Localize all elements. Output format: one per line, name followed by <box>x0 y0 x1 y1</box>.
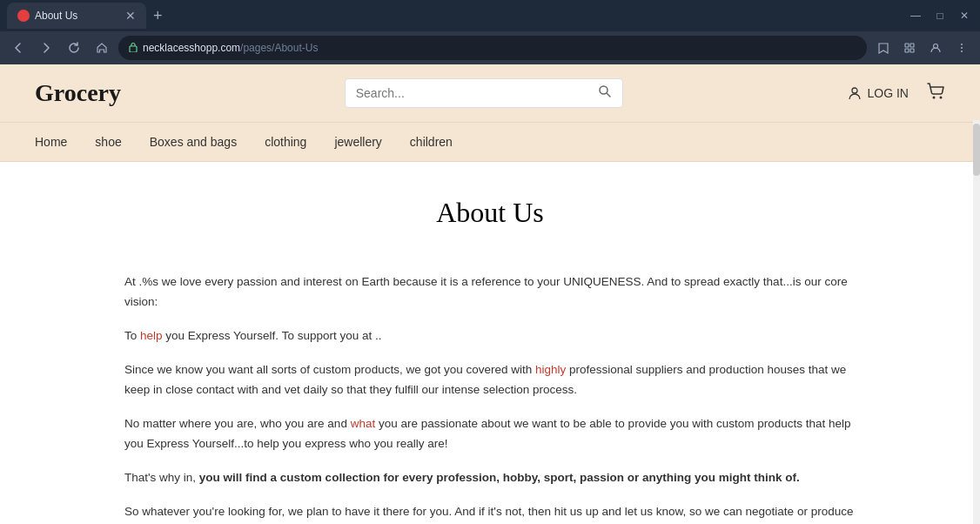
about-paragraph-1: At .%s we love every passion and interes… <box>124 272 856 312</box>
cart-icon[interactable] <box>926 82 945 105</box>
svg-rect-4 <box>905 49 909 52</box>
tab-favicon <box>17 10 30 22</box>
website-content: Grocery LOG IN <box>0 64 980 524</box>
about-paragraph-3: Since we know you want all sorts of cust… <box>124 360 856 400</box>
site-logo[interactable]: Grocery <box>35 79 121 107</box>
browser-tab[interactable]: About Us ✕ <box>7 3 146 29</box>
nav-item-children[interactable]: children <box>410 123 453 161</box>
svg-point-12 <box>932 96 935 98</box>
bold-text-1: you will find a custom collection for ev… <box>199 471 800 484</box>
svg-point-7 <box>961 44 963 45</box>
new-tab-button[interactable]: + <box>153 7 163 25</box>
close-button[interactable]: ✕ <box>956 10 973 22</box>
menu-button[interactable] <box>950 37 973 59</box>
nav-item-shoe[interactable]: shoe <box>95 123 121 161</box>
back-button[interactable] <box>7 37 30 59</box>
nav-item-jewellery[interactable]: jewellery <box>334 123 381 161</box>
svg-rect-3 <box>910 44 914 47</box>
maximize-button[interactable]: □ <box>931 10 949 22</box>
login-button[interactable]: LOG IN <box>847 85 909 101</box>
svg-point-11 <box>852 88 857 93</box>
page-title: About Us <box>124 197 856 229</box>
highlight-what: what <box>351 417 376 430</box>
svg-point-9 <box>961 50 963 52</box>
nav-item-home[interactable]: Home <box>35 123 67 161</box>
window-controls: — □ ✕ <box>907 10 973 22</box>
bookmark-button[interactable] <box>872 37 895 59</box>
site-header: Grocery LOG IN <box>0 64 980 123</box>
tab-close-button[interactable]: ✕ <box>125 9 136 23</box>
url-domain: necklacesshopp.com/pages/About-Us <box>143 42 318 54</box>
svg-point-0 <box>19 11 28 20</box>
tab-title: About Us <box>35 10 118 22</box>
header-actions: LOG IN <box>847 82 945 105</box>
svg-rect-5 <box>910 49 914 52</box>
svg-rect-2 <box>905 44 909 47</box>
ssl-lock-icon <box>129 42 138 54</box>
profile-button[interactable] <box>924 37 947 59</box>
svg-point-10 <box>600 86 607 94</box>
highlight-help: help <box>140 329 163 342</box>
browser-title-bar: About Us ✕ + — □ ✕ <box>0 0 980 31</box>
scrollbar-thumb[interactable] <box>973 124 980 176</box>
minimize-button[interactable]: — <box>907 10 924 22</box>
site-navigation: Home shoe Boxes and bags clothing jewell… <box>0 123 980 162</box>
about-paragraph-4: No matter where you are, who you are and… <box>124 414 856 454</box>
extensions-button[interactable] <box>898 37 921 59</box>
svg-rect-1 <box>130 46 137 52</box>
about-paragraph-6: So whatever you're looking for, we plan … <box>124 502 856 525</box>
search-input[interactable] <box>356 86 591 100</box>
refresh-button[interactable] <box>63 37 85 59</box>
forward-button[interactable] <box>35 37 57 59</box>
about-paragraph-5: That's why in, you will find a custom co… <box>124 468 856 488</box>
svg-point-8 <box>961 47 963 49</box>
search-icon[interactable] <box>598 84 612 102</box>
scrollbar[interactable] <box>973 120 980 524</box>
main-content: About Us At .%s we love every passion an… <box>55 162 925 524</box>
nav-item-boxes-and-bags[interactable]: Boxes and bags <box>150 123 237 161</box>
search-bar[interactable] <box>345 78 623 108</box>
svg-point-13 <box>939 96 942 98</box>
home-button[interactable] <box>91 37 113 59</box>
login-label: LOG IN <box>868 86 909 100</box>
browser-nav-actions <box>872 37 973 59</box>
address-bar[interactable]: necklacesshopp.com/pages/About-Us <box>118 36 867 60</box>
nav-item-clothing[interactable]: clothing <box>265 123 306 161</box>
highlight-highly: highly <box>535 363 566 376</box>
about-paragraph-2: To help you Express Yourself. To support… <box>124 326 856 346</box>
browser-nav-bar: necklacesshopp.com/pages/About-Us <box>0 31 980 64</box>
